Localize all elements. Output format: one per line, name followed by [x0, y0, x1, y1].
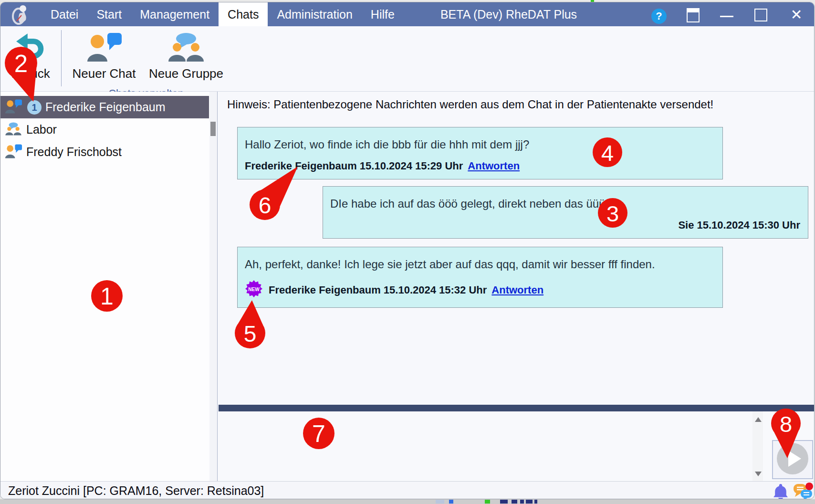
chat-name: Freddy Frischobst [26, 145, 122, 159]
new-chat-button[interactable]: Neuer Chat [68, 32, 140, 81]
scroll-down-icon[interactable] [755, 472, 762, 476]
menu-item-hilfe[interactable]: Hilfe [362, 2, 404, 26]
close-button[interactable]: ✕ [787, 6, 806, 25]
chat-list-item-freddy[interactable]: Freddy Frischobst [0, 141, 209, 163]
statusbar-user-info: Zeriot Zuccini [PC: GRAM16, Server: Rets… [8, 484, 264, 498]
back-icon [15, 31, 47, 63]
chat-message-area: Hinweis: Patientenbezogene Nachrichten w… [219, 92, 815, 483]
message-text: DIe habe ich auf das ööö gelegt, direkt … [330, 197, 800, 210]
scroll-up-icon[interactable] [755, 417, 762, 422]
minimize-button[interactable] [720, 16, 733, 17]
background-window-sliver [0, 499, 815, 504]
compose-divider [219, 405, 815, 411]
tab-chats-active[interactable]: Chats [219, 2, 268, 26]
main-menu: Datei Start Management Chats Administrat… [42, 2, 404, 26]
app-window: Datei Start Management Chats Administrat… [0, 2, 815, 499]
chat-list-item-labor[interactable]: Labor [0, 118, 209, 141]
app-logo-icon [10, 4, 32, 26]
back-button[interactable]: Zurück [4, 31, 58, 81]
help-button[interactable]: ? [651, 9, 667, 24]
new-group-icon [166, 32, 206, 63]
bell-icon[interactable] [772, 483, 789, 499]
ribbon: Zurück Neuer Chat [0, 26, 814, 92]
scrollbar-thumb[interactable] [210, 122, 216, 136]
group-chat-icon [4, 121, 22, 139]
titlebar: Datei Start Management Chats Administrat… [0, 2, 814, 26]
chat-hint: Hinweis: Patientenbezogene Nachrichten w… [227, 98, 713, 111]
ribbon-separator [61, 30, 62, 86]
reply-link[interactable]: Antworten [468, 160, 520, 172]
chat-list-sidebar: 1 Frederike Feigenbaum Labor [0, 92, 218, 483]
statusbar: Zeriot Zuccini [PC: GRAM16, Server: Rets… [0, 481, 814, 499]
chat-message-incoming-new: Ah, perfekt, danke! Ich lege sie jetzt a… [237, 247, 723, 308]
menu-item-datei[interactable]: Datei [42, 2, 87, 26]
ribbon-toggle-icon[interactable] [687, 8, 700, 22]
reply-link[interactable]: Antworten [491, 284, 543, 296]
send-button[interactable] [777, 443, 808, 474]
message-text: Hallo Zeriot, wo finde ich die bbb für d… [245, 138, 715, 151]
sidebar-scrollbar[interactable] [209, 92, 217, 483]
chat-list-item-frederike[interactable]: 1 Frederike Feigenbaum [0, 96, 209, 118]
message-text: Ah, perfekt, danke! Ich lege sie jetzt a… [245, 258, 715, 271]
play-icon [788, 451, 801, 467]
maximize-button[interactable] [754, 9, 767, 21]
back-label: Zurück [4, 66, 58, 81]
new-group-label: Neue Gruppe [146, 66, 226, 81]
person-chat-icon [4, 143, 22, 162]
message-input[interactable] [223, 413, 751, 479]
chat-name: Frederike Feigenbaum [45, 100, 166, 114]
person-chat-icon [4, 98, 22, 117]
chat-message-incoming: Hallo Zeriot, wo finde ich die bbb für d… [237, 127, 723, 179]
unread-count-badge: 1 [27, 100, 42, 115]
screenshot-root: Datei Start Management Chats Administrat… [0, 0, 815, 504]
chat-message-outgoing: DIe habe ich auf das ööö gelegt, direkt … [323, 186, 808, 239]
window-title: BETA (Dev) RheDAT Plus [432, 2, 585, 26]
menu-item-management[interactable]: Management [131, 2, 219, 26]
new-group-button[interactable]: Neue Gruppe [146, 32, 226, 81]
message-author-timestamp: Frederike Feigenbaum 15.10.2024 15:32 Uh… [269, 284, 487, 296]
menu-item-administration[interactable]: Administration [268, 2, 361, 26]
chat-notification-icon[interactable] [793, 483, 813, 499]
new-message-badge-icon: NEW [245, 280, 263, 301]
menu-item-start[interactable]: Start [87, 2, 131, 26]
input-scrollbar[interactable] [752, 411, 763, 481]
new-chat-icon [85, 32, 123, 63]
send-panel [772, 440, 813, 479]
chat-name: Labor [26, 123, 57, 136]
svg-text:NEW: NEW [248, 287, 260, 292]
new-chat-label: Neuer Chat [68, 66, 140, 81]
message-author-timestamp: Sie 15.10.2024 15:30 Uhr [678, 219, 800, 231]
message-author-timestamp: Frederike Feigenbaum 15.10.2024 15:29 Uh… [245, 160, 463, 172]
compose-zone [219, 411, 815, 481]
